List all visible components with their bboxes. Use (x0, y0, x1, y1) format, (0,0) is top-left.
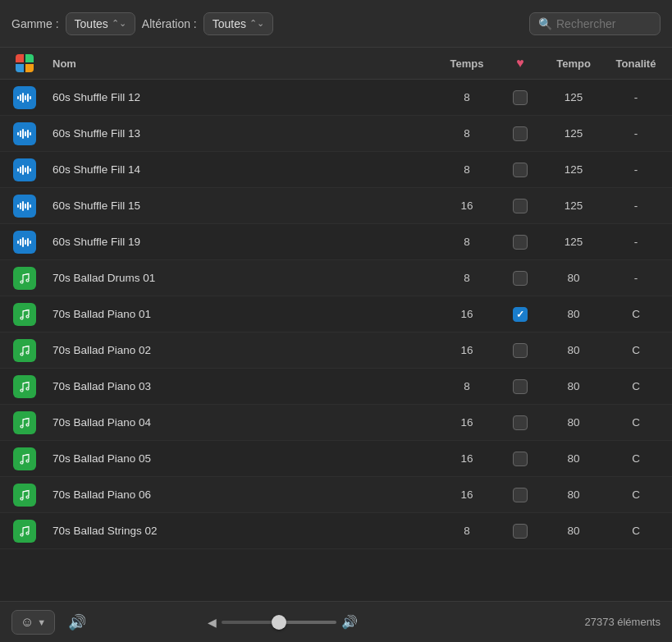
table-row[interactable]: 60s Shuffle Fill 138125- (0, 116, 672, 152)
row-temps: 16 (434, 308, 500, 320)
music-track-icon (13, 520, 36, 543)
row-name: 60s Shuffle Fill 13 (49, 127, 434, 140)
alteration-label: Altération : (142, 17, 197, 30)
favorite-checkbox[interactable] (513, 126, 528, 141)
svg-rect-28 (27, 238, 29, 246)
row-tempo: 125 (541, 236, 606, 248)
svg-rect-2 (22, 93, 24, 103)
row-tempo: 125 (541, 91, 606, 103)
svg-rect-6 (17, 132, 19, 135)
header-temps: Temps (434, 57, 500, 70)
smiley-icon: ☺ (21, 615, 34, 630)
row-tempo: 80 (541, 452, 606, 465)
gamme-value: Toutes (75, 17, 108, 30)
favorite-checkbox[interactable] (513, 488, 528, 502)
music-track-icon (13, 375, 36, 398)
table-row[interactable]: 70s Ballad Strings 02880C (0, 513, 672, 549)
svg-rect-7 (20, 131, 21, 137)
favorite-checkbox[interactable] (513, 524, 528, 539)
favorite-checkbox[interactable] (513, 343, 528, 358)
search-box: 🔍 (529, 12, 661, 35)
svg-rect-13 (20, 167, 21, 173)
row-tempo: 125 (541, 199, 606, 212)
svg-rect-16 (27, 166, 29, 174)
favorite-checkbox[interactable] (513, 379, 528, 394)
row-fav-cell (500, 379, 541, 394)
svg-rect-0 (17, 96, 19, 99)
table-row[interactable]: 70s Ballad Piano 061680C (0, 477, 672, 513)
row-icon-cell (0, 267, 49, 290)
favorite-checkbox[interactable] (513, 90, 528, 105)
favorite-checkbox[interactable] (513, 415, 528, 430)
table-row[interactable]: 70s Ballad Piano 041680C (0, 405, 672, 441)
table-row[interactable]: 70s Ballad Piano 021680C (0, 332, 672, 369)
toolbar: Gamme : Toutes ⌃⌄ Altération : Toutes ⌃⌄… (0, 0, 672, 48)
row-tonalite: C (606, 525, 672, 537)
row-tempo: 80 (541, 344, 606, 356)
row-icon-cell (0, 231, 49, 254)
menu-button[interactable]: ☺ ▼ (11, 610, 55, 635)
svg-rect-23 (30, 204, 31, 208)
alteration-dropdown[interactable]: Toutes ⌃⌄ (203, 12, 273, 35)
svg-rect-17 (30, 168, 31, 172)
row-tonalite: - (606, 236, 672, 248)
row-icon-cell (0, 195, 49, 218)
row-temps: 8 (434, 91, 500, 103)
row-tempo: 80 (541, 308, 606, 320)
row-tempo: 80 (541, 525, 606, 537)
search-icon: 🔍 (538, 17, 552, 30)
gamme-dropdown[interactable]: Toutes ⌃⌄ (66, 12, 135, 35)
volume-low-icon: ◀ (208, 616, 217, 629)
favorite-checkbox[interactable] (513, 235, 528, 250)
svg-rect-21 (25, 204, 26, 209)
row-temps: 8 (434, 163, 500, 176)
svg-rect-5 (30, 96, 31, 99)
row-tempo: 125 (541, 163, 606, 176)
grid-icon (16, 54, 34, 72)
waveform-track-icon (13, 195, 36, 218)
header-nom: Nom (49, 57, 434, 70)
svg-rect-11 (30, 132, 31, 135)
table-row[interactable]: 70s Ballad Piano 011680C (0, 296, 672, 332)
gamme-chevron-icon: ⌃⌄ (112, 18, 126, 29)
row-name: 70s Ballad Drums 01 (49, 272, 434, 284)
row-tempo: 80 (541, 416, 606, 429)
svg-rect-1 (20, 94, 21, 101)
row-temps: 8 (434, 272, 500, 284)
row-tempo: 80 (541, 272, 606, 284)
header-tempo: Tempo (541, 57, 606, 70)
favorite-checkbox[interactable] (513, 452, 528, 466)
row-name: 70s Ballad Strings 02 (49, 525, 434, 537)
search-input[interactable] (556, 17, 647, 30)
favorite-checkbox[interactable] (513, 307, 528, 322)
row-temps: 16 (434, 199, 500, 212)
row-temps: 8 (434, 380, 500, 392)
music-track-icon (13, 339, 36, 362)
table-row[interactable]: 60s Shuffle Fill 1516125- (0, 188, 672, 224)
row-temps: 16 (434, 488, 500, 501)
row-name: 70s Ballad Piano 05 (49, 452, 434, 465)
volume-slider[interactable] (222, 621, 336, 624)
table-row[interactable]: 60s Shuffle Fill 128125- (0, 80, 672, 116)
favorite-checkbox[interactable] (513, 271, 528, 286)
alteration-value: Toutes (213, 17, 246, 30)
favorite-checkbox[interactable] (513, 163, 528, 177)
row-name: 70s Ballad Piano 04 (49, 416, 434, 429)
row-temps: 8 (434, 525, 500, 537)
svg-rect-18 (17, 204, 19, 208)
menu-chevron-icon: ▼ (37, 617, 46, 627)
music-track-icon (13, 411, 36, 434)
table-row[interactable]: 60s Shuffle Fill 148125- (0, 152, 672, 188)
speaker-button[interactable]: 🔊 (65, 610, 89, 635)
favorite-checkbox[interactable] (513, 199, 528, 213)
table-row[interactable]: 70s Ballad Piano 051680C (0, 441, 672, 477)
row-fav-cell (500, 307, 541, 322)
table-row[interactable]: 70s Ballad Piano 03880C (0, 369, 672, 405)
speaker-icon: 🔊 (68, 614, 86, 631)
row-tonalite: C (606, 416, 672, 429)
row-temps: 16 (434, 452, 500, 465)
table-row[interactable]: 70s Ballad Drums 01880- (0, 260, 672, 296)
row-tonalite: - (606, 199, 672, 212)
music-track-icon (13, 267, 36, 290)
table-row[interactable]: 60s Shuffle Fill 198125- (0, 224, 672, 260)
